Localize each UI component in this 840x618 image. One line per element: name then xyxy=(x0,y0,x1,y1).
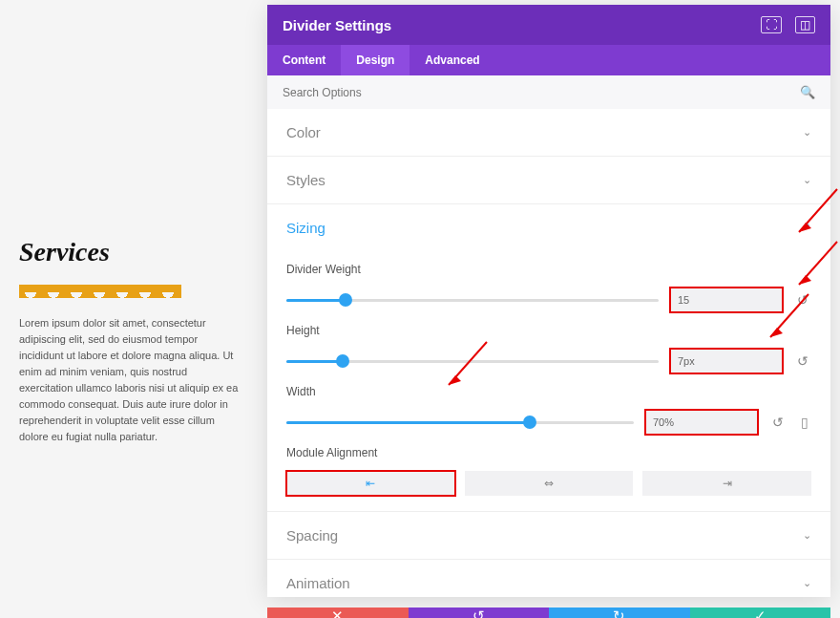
width-label: Width xyxy=(286,385,811,398)
setting-divider-weight: Divider Weight ↺ xyxy=(286,251,811,312)
tab-design[interactable]: Design xyxy=(341,45,410,75)
section-sizing-title: Sizing xyxy=(286,220,326,236)
undo-button[interactable]: ↺ xyxy=(409,607,550,618)
section-color-head[interactable]: Color ⌄ xyxy=(267,109,830,156)
height-label: Height xyxy=(286,324,811,337)
section-spacing: Spacing ⌄ xyxy=(267,512,830,560)
panel-footer: ✕ ↺ ↻ ✓ xyxy=(267,607,830,618)
undo-icon: ↺ xyxy=(472,607,485,618)
preview-divider xyxy=(19,285,181,298)
divider-weight-label: Divider Weight xyxy=(286,263,811,276)
height-input[interactable] xyxy=(670,349,783,373)
section-color: Color ⌄ xyxy=(267,109,830,157)
search-row: 🔍 xyxy=(267,75,830,109)
width-input[interactable] xyxy=(645,410,758,435)
section-animation-title: Animation xyxy=(286,575,350,591)
chevron-down-icon: ⌄ xyxy=(803,577,811,589)
section-animation: Animation ⌄ xyxy=(267,560,830,607)
width-slider[interactable] xyxy=(286,421,634,424)
chevron-down-icon: ⌄ xyxy=(803,126,811,139)
section-animation-head[interactable]: Animation ⌄ xyxy=(267,560,830,607)
chevron-up-icon: ⌃ xyxy=(803,222,811,234)
redo-icon: ↻ xyxy=(613,607,625,618)
search-input[interactable] xyxy=(283,86,800,99)
section-color-title: Color xyxy=(286,124,321,140)
tabs: Content Design Advanced xyxy=(267,45,830,75)
redo-button[interactable]: ↻ xyxy=(549,607,690,618)
save-button[interactable]: ✓ xyxy=(690,607,831,618)
section-sizing-body: Divider Weight ↺ Height xyxy=(267,251,830,511)
preview-body: Lorem ipsum dolor sit amet, consectetur … xyxy=(19,315,239,445)
divider-weight-input[interactable] xyxy=(670,288,783,312)
panel-title: Divider Settings xyxy=(283,17,391,33)
close-icon: ✕ xyxy=(331,607,344,618)
section-styles: Styles ⌄ xyxy=(267,157,830,204)
setting-height: Height ↺ xyxy=(286,312,811,373)
align-right-icon: ⇥ xyxy=(723,477,732,490)
section-spacing-head[interactable]: Spacing ⌄ xyxy=(267,512,830,559)
reset-icon[interactable]: ↺ xyxy=(794,292,811,308)
preview-pane: Services Lorem ipsum dolor sit amet, con… xyxy=(19,237,239,445)
align-right-button[interactable]: ⇥ xyxy=(642,471,811,496)
align-center-button[interactable]: ⇔ xyxy=(465,471,634,496)
search-icon[interactable]: 🔍 xyxy=(800,85,815,99)
snap-icon[interactable]: ◫ xyxy=(795,16,815,33)
check-icon: ✓ xyxy=(754,607,766,618)
setting-module-alignment: Module Alignment ⇤ ⇔ ⇥ xyxy=(286,435,811,496)
reset-icon[interactable]: ↺ xyxy=(769,415,787,430)
expand-icon[interactable]: ⛶ xyxy=(761,16,782,33)
setting-width: Width ↺ ▯ xyxy=(286,373,811,435)
reset-icon[interactable]: ↺ xyxy=(794,353,811,369)
height-slider[interactable] xyxy=(286,360,659,363)
align-center-icon: ⇔ xyxy=(544,477,554,490)
align-left-icon: ⇤ xyxy=(366,477,375,490)
section-styles-head[interactable]: Styles ⌄ xyxy=(267,157,830,203)
preview-heading: Services xyxy=(19,237,239,267)
module-alignment-label: Module Alignment xyxy=(286,446,811,459)
section-sizing-head[interactable]: Sizing ⌃ xyxy=(267,204,830,251)
section-spacing-title: Spacing xyxy=(286,527,338,543)
chevron-down-icon: ⌄ xyxy=(803,174,811,186)
tab-content[interactable]: Content xyxy=(267,45,341,75)
tab-advanced[interactable]: Advanced xyxy=(410,45,494,75)
chevron-down-icon: ⌄ xyxy=(803,529,811,542)
panel-header: Divider Settings ⛶ ◫ xyxy=(267,5,830,45)
divider-weight-slider[interactable] xyxy=(286,299,659,302)
section-sizing: Sizing ⌃ Divider Weight ↺ Height xyxy=(267,204,830,512)
responsive-icon[interactable]: ▯ xyxy=(798,415,811,430)
align-left-button[interactable]: ⇤ xyxy=(286,471,455,496)
cancel-button[interactable]: ✕ xyxy=(267,607,409,618)
section-styles-title: Styles xyxy=(286,172,326,188)
settings-panel: Divider Settings ⛶ ◫ Content Design Adva… xyxy=(267,5,830,597)
